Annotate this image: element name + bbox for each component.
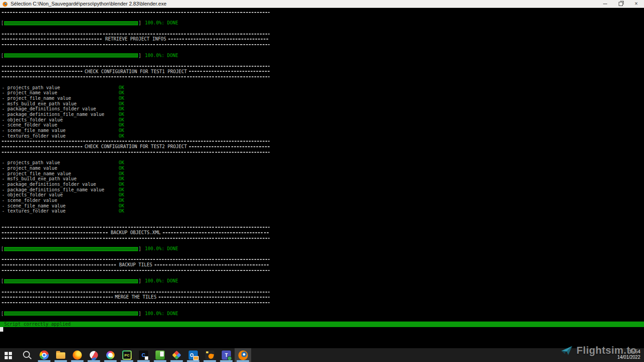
watermark-text: Flightsim.to [576,345,637,356]
config-item-name: - projects_path value [2,160,119,166]
taskbar-item-colorring[interactable] [102,348,119,362]
config-check-row: - project_file_name valueOK [2,96,644,101]
flightsim-watermark: Flightsim.to [560,345,637,356]
console-section-header: BACKUP TILES [2,262,644,268]
console-separator [2,149,644,155]
config-item-name: - package_definitions_file_name value [2,112,119,117]
taskbar-item-blender[interactable] [235,348,251,362]
console-separator [2,236,644,241]
config-check-row: - project_name valueOK [2,166,644,171]
config-item-status: OK [119,96,124,101]
console-separator [2,42,644,47]
taskbar-item-snip[interactable] [86,348,102,362]
progress-label: 100.0%: DONE [145,311,178,316]
progress-bar-row: []100.0%: DONE [1,53,644,58]
progress-bar-row: []100.0%: DONE [1,20,644,26]
running-indicator [88,360,100,362]
console-section-header: MERGE THE TILES [2,294,644,300]
config-check-row: - package_definitions_folder valueOK [2,182,644,187]
config-item-name: - project_file_name value [2,171,119,177]
snip-icon [90,351,98,359]
config-check-row: - textures_folder valueOK [2,208,644,214]
chrome-icon [40,351,49,360]
config-item-status: OK [119,171,124,176]
taskbar-item-pycharm[interactable]: PC [119,348,135,362]
config-item-name: - scene_folder value [2,198,119,203]
section-header-label: BACKUP OBJECTS.XML [111,230,161,236]
taskbar-item-imgedit[interactable] [152,348,168,362]
config-check-row: - objects_folder valueOK [2,117,644,123]
config-check-row: - project_name valueOK [2,90,644,96]
restore-icon [619,2,623,6]
section-header-label: CHECK CONFIGURATION FOR TEST1 PROJECT [85,69,187,75]
running-indicator [55,360,67,362]
blender-window-icon [2,1,8,7]
progress-bar-row: []100.0%: DONE [1,278,644,284]
console-blank-line [2,26,644,31]
config-item-status: OK [119,182,124,187]
start-icon [5,352,8,355]
config-item-name: - package_definitions_folder value [2,182,119,187]
console-blank-line [2,273,644,279]
console-separator [2,268,644,273]
config-item-name: - msfs_build_exe_path value [2,101,119,107]
running-indicator [121,360,133,362]
explorer-icon [56,352,65,359]
config-check-row: - package_definitions_folder valueOK [2,106,644,112]
running-indicator [204,360,216,362]
taskbar-item-search[interactable] [19,348,36,362]
config-check-row: - msfs_build_exe_path valueOK [2,101,644,107]
progress-bar-row: []100.0%: DONE [1,311,644,316]
progress-bar-fill [4,279,138,283]
running-indicator [38,360,51,362]
taskbar-item-diamond[interactable] [168,348,185,362]
console-section-header: CHECK CONFIGURATION FOR TEST2 PROJECT [2,144,644,149]
taskbar-item-teams[interactable]: T [218,348,235,362]
taskbar-item-chrome[interactable] [36,348,52,362]
progress-bar-fill [4,53,138,57]
running-indicator [104,360,117,362]
restore-button[interactable] [613,0,628,8]
config-item-status: OK [119,203,124,208]
config-item-name: - package_definitions_folder value [2,106,119,112]
taskbar-item-firefox[interactable] [69,348,86,362]
outlook-icon [189,351,198,360]
config-item-name: - scene_file_name value [2,203,119,209]
taskbar-item-explorer[interactable] [52,348,69,362]
desktop-screen: Sélection C:\Non_Sauvegardé\perso\python… [0,0,644,362]
config-item-status: OK [119,117,124,122]
running-indicator [71,360,84,362]
config-item-status: OK [119,198,124,203]
config-check-row: - package_definitions_file_name valueOK [2,187,644,193]
console-blank-line [2,155,644,161]
minimize-button[interactable] [597,0,613,8]
taskbar-item-outlook[interactable]: O [185,348,201,362]
config-item-status: OK [119,176,124,181]
config-item-name: - scene_folder value [2,122,119,128]
window-title: Sélection C:\Non_Sauvegardé\perso\python… [11,0,167,8]
diamond-icon [172,351,181,360]
console-separator [2,31,644,37]
progress-label: 100.0%: DONE [145,278,178,284]
config-item-status: OK [119,160,124,165]
console-blank-line [2,252,644,257]
console-blank-line [2,58,644,63]
console-separator [2,289,644,295]
config-item-name: - project_name value [2,166,119,171]
colorring-icon [106,351,115,359]
console-section-header: BACKUP OBJECTS.XML [2,230,644,236]
section-header-label: CHECK CONFIGURATION FOR TEST2 PROJECT [85,144,187,149]
orangetool-icon [205,351,214,360]
console-blank-line [2,15,644,21]
taskbar-item-orangetool[interactable] [201,348,218,362]
progress-bar-fill [4,311,138,316]
taskbar-item-start[interactable] [0,348,19,362]
pycharm-icon [122,351,132,360]
console-blank-line [2,316,644,322]
console-output[interactable]: []100.0%: DONERETRIEVE PROJECT INFOS[]10… [0,8,644,348]
close-button[interactable]: × [628,0,644,8]
config-check-row: - scene_file_name valueOK [2,203,644,209]
config-check-row: - project_file_name valueOK [2,171,644,177]
taskbar-item-cblue[interactable]: C [135,348,152,362]
running-indicator [154,360,167,362]
